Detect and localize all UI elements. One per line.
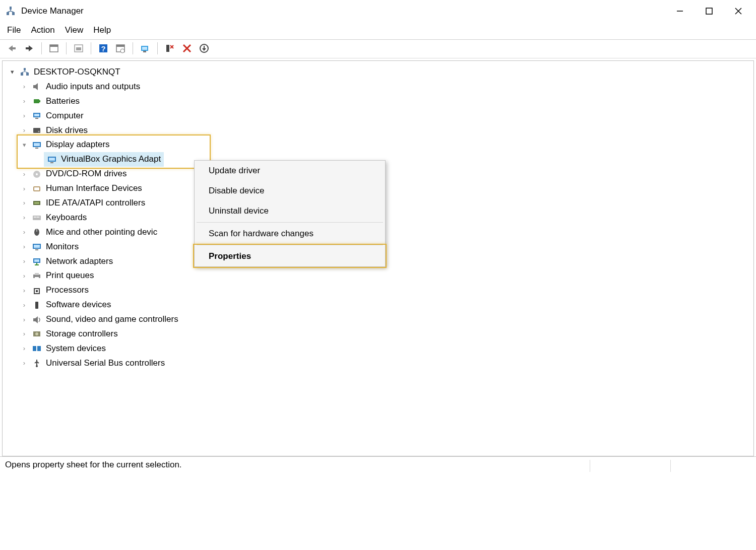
context-menu-separator — [197, 222, 383, 223]
toolbar-separator — [41, 42, 42, 54]
tree-root[interactable]: ▾ DESKTOP-OSQKNQT — [8, 65, 753, 80]
scan-hardware-button[interactable] — [113, 42, 128, 55]
delete-button[interactable] — [180, 42, 194, 55]
close-button[interactable] — [724, 2, 753, 20]
chevron-right-icon[interactable]: › — [20, 81, 29, 92]
chevron-right-icon[interactable]: › — [20, 270, 29, 282]
chevron-down-icon[interactable]: ▾ — [20, 140, 29, 151]
chevron-right-icon[interactable]: › — [20, 314, 29, 325]
sound-icon — [31, 315, 43, 325]
chevron-right-icon[interactable]: › — [20, 110, 29, 121]
tree-node-label: Keyboards — [46, 211, 87, 225]
keyboard-icon — [31, 213, 43, 223]
minimize-button[interactable] — [665, 2, 695, 20]
chevron-right-icon[interactable]: › — [20, 125, 29, 136]
chevron-right-icon[interactable]: › — [20, 285, 29, 296]
tree-node-computer[interactable]: ›Computer — [20, 109, 753, 123]
context-menu-item-properties[interactable]: Properties — [195, 246, 385, 266]
svg-point-64 — [35, 332, 38, 335]
svg-rect-66 — [37, 346, 41, 351]
context-menu-item-update-driver[interactable]: Update driver — [195, 161, 385, 181]
svg-rect-23 — [26, 73, 29, 76]
context-menu-item-uninstall-device[interactable]: Uninstall device — [195, 201, 385, 221]
svg-rect-41 — [34, 187, 39, 190]
menu-help[interactable]: Help — [93, 25, 111, 35]
tree-child-label: VirtualBox Graphics Adapt — [61, 152, 161, 167]
tree-node-label: Display adapters — [46, 138, 110, 152]
tree-node-network[interactable]: ›Network adapters — [20, 254, 753, 269]
tree-node-printer[interactable]: ›Print queues — [20, 268, 753, 283]
menu-view[interactable]: View — [65, 25, 84, 35]
svg-rect-58 — [35, 277, 39, 279]
tree-node-ide[interactable]: ›IDE ATA/ATAPI controllers — [20, 196, 753, 211]
chevron-right-icon[interactable]: › — [20, 328, 29, 339]
tree-node-keyboard[interactable]: ›Keyboards — [20, 211, 753, 225]
update-driver-button[interactable] — [138, 42, 152, 55]
chevron-right-icon[interactable]: › — [20, 256, 29, 267]
back-button[interactable] — [5, 42, 19, 55]
svg-point-31 — [38, 131, 40, 132]
svg-rect-24 — [33, 85, 35, 88]
statusbar: Opens property sheet for the current sel… — [0, 456, 756, 475]
tree-node-mouse[interactable]: ›Mice and other pointing devic — [20, 225, 753, 240]
uninstall-button[interactable] — [163, 42, 177, 55]
tree-node-battery[interactable]: ›Batteries — [20, 94, 753, 109]
enable-button[interactable] — [197, 42, 211, 55]
tree-node-disk[interactable]: ›Disk drives — [20, 123, 753, 138]
tree-node-storage[interactable]: ›Storage controllers — [20, 327, 753, 341]
svg-rect-37 — [50, 162, 53, 163]
ide-icon — [31, 198, 43, 208]
chevron-right-icon[interactable]: › — [20, 300, 29, 311]
svg-rect-30 — [33, 128, 40, 133]
menu-action[interactable]: Action — [31, 25, 54, 35]
tree-node-monitor[interactable]: ›Monitors — [20, 240, 753, 254]
maximize-button[interactable] — [695, 2, 724, 20]
svg-rect-33 — [34, 143, 40, 146]
chevron-down-icon[interactable]: ▾ — [8, 66, 17, 78]
chevron-right-icon[interactable]: › — [20, 343, 29, 354]
tree-node-usb[interactable]: ›Universal Serial Bus controllers — [20, 356, 753, 371]
svg-rect-25 — [34, 99, 39, 103]
chevron-right-icon[interactable]: › — [20, 96, 29, 107]
svg-rect-18 — [143, 51, 146, 52]
help-button[interactable]: ? — [96, 42, 110, 55]
tree-node-label: Batteries — [46, 94, 80, 109]
tree-node-software[interactable]: ›Software devices — [20, 298, 753, 312]
svg-text:?: ? — [101, 44, 105, 53]
window-title: Device Manager — [21, 6, 84, 16]
tree-child-node[interactable]: VirtualBox Graphics Adapt — [20, 152, 753, 167]
tree-node-hid[interactable]: ›Human Interface Devices — [20, 181, 753, 196]
forward-button[interactable] — [22, 42, 36, 55]
chevron-right-icon[interactable]: › — [20, 212, 29, 223]
chevron-right-icon[interactable]: › — [20, 358, 29, 369]
context-menu-item-disable-device[interactable]: Disable device — [195, 181, 385, 201]
tree-node-audio[interactable]: ›Audio inputs and outputs — [20, 80, 753, 94]
tree-node-sound[interactable]: ›Sound, video and game controllers — [20, 312, 753, 327]
mouse-icon — [31, 227, 43, 237]
menu-file[interactable]: File — [7, 25, 21, 35]
svg-rect-55 — [34, 259, 39, 262]
properties-button[interactable] — [47, 42, 61, 55]
tree-node-display[interactable]: ▾Display adapters — [20, 138, 753, 152]
tree-node-system[interactable]: ›System devices — [20, 341, 753, 356]
tree-node-label: DVD/CD-ROM drives — [46, 167, 127, 181]
chevron-right-icon[interactable]: › — [20, 227, 29, 238]
show-hidden-button[interactable] — [72, 42, 86, 55]
svg-rect-22 — [21, 73, 23, 76]
tree-node-dvd[interactable]: ›DVD/CD-ROM drives — [20, 167, 753, 181]
display-icon — [46, 155, 58, 165]
tree-node-label: Processors — [46, 283, 89, 298]
hid-icon — [31, 184, 43, 194]
svg-rect-4 — [706, 8, 712, 14]
svg-point-39 — [36, 173, 38, 175]
chevron-right-icon[interactable]: › — [20, 169, 29, 180]
context-menu-item-scan-for-hardware-changes[interactable]: Scan for hardware changes — [195, 224, 385, 244]
svg-rect-47 — [37, 217, 38, 218]
chevron-right-icon[interactable]: › — [20, 241, 29, 252]
computer-icon — [31, 111, 43, 121]
tree-node-cpu[interactable]: ›Processors — [20, 283, 753, 298]
chevron-right-icon[interactable]: › — [20, 197, 29, 209]
chevron-right-icon[interactable]: › — [20, 183, 29, 194]
svg-rect-44 — [33, 216, 41, 220]
svg-rect-17 — [142, 47, 147, 50]
